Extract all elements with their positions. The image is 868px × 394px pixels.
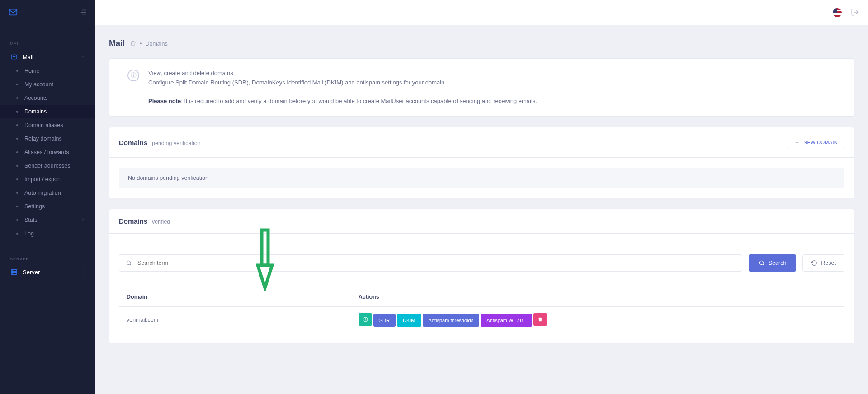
sidebar-item-log[interactable]: Log	[0, 227, 95, 240]
sidebar-top	[0, 0, 95, 25]
app-logo-icon	[8, 7, 18, 19]
content: Mail • Domains ⓘ View, create and delete…	[95, 25, 868, 372]
svg-line-15	[130, 264, 132, 266]
breadcrumb-sep: •	[140, 41, 142, 47]
sidebar-item-auto-migration[interactable]: Auto migration	[0, 186, 95, 200]
verified-head: Domains verified	[109, 209, 854, 234]
sidebar-item-domain-aliases[interactable]: Domain aliases	[0, 118, 95, 132]
bullet-icon	[16, 178, 18, 180]
svg-point-14	[127, 261, 130, 265]
sidebar-item-label: Auto migration	[24, 190, 61, 196]
nav-root-label: Mail	[23, 54, 33, 61]
svg-point-20	[365, 318, 366, 319]
sidebar-item-label: Home	[24, 68, 39, 74]
mail-icon	[10, 53, 18, 61]
domain-info-button[interactable]	[359, 313, 372, 326]
intro-card: ⓘ View, create and delete domains Config…	[109, 58, 854, 117]
verified-title: Domains	[119, 217, 147, 225]
domain-table: Domain Actions vonmail.comSDRDKIMAntispa…	[119, 287, 844, 333]
verified-body: Search Reset Domain Actions vonmail.c	[109, 234, 854, 343]
pending-empty: No domains pending verification	[119, 168, 844, 188]
antispam-thresholds-button[interactable]: Antispam thresholds	[423, 314, 480, 327]
sidebar-item-label: Domains	[24, 108, 47, 115]
sidebar-item-label: Relay domains	[24, 136, 62, 142]
sidebar-item-sender-addresses[interactable]: Sender addresses	[0, 159, 95, 173]
pending-sub: pending verification	[152, 140, 201, 146]
sidebar-item-label: Domain aliases	[24, 122, 63, 128]
breadcrumb-current: Domains	[145, 41, 167, 47]
antispam-wlbl-button[interactable]: Antispam WL / BL	[481, 314, 532, 327]
table-row: vonmail.comSDRDKIMAntispam thresholdsAnt…	[119, 307, 844, 333]
pending-title: Domains	[119, 139, 147, 146]
pending-card: Domains pending verification NEW DOMAIN …	[109, 127, 854, 198]
sidebar-item-relay-domains[interactable]: Relay domains	[0, 132, 95, 145]
bullet-icon	[16, 206, 18, 207]
sidebar-item-stats[interactable]: Stats	[0, 213, 95, 227]
logout-icon[interactable]	[851, 8, 859, 18]
bullet-icon	[16, 219, 18, 221]
chevron-right-icon	[81, 269, 85, 276]
section-label: MAIL	[0, 25, 95, 50]
col-domain: Domain	[119, 287, 351, 307]
sdr-button[interactable]: SDR	[373, 314, 396, 327]
page-title: Mail	[109, 39, 125, 48]
search-field-wrap	[119, 254, 742, 272]
new-domain-button[interactable]: NEW DOMAIN	[788, 136, 844, 149]
sidebar: MAILMailHomeMy accountAccountsDomainsDom…	[0, 0, 95, 372]
sidebar-item-label: Accounts	[24, 95, 47, 101]
sidebar-item-label: Aliases / forwards	[24, 149, 69, 155]
topbar	[95, 0, 868, 25]
chevron-right-icon	[81, 217, 85, 223]
search-input[interactable]	[137, 259, 736, 267]
nav-root-mail[interactable]: Mail	[0, 50, 95, 64]
sidebar-item-import-export[interactable]: Import / export	[0, 173, 95, 186]
bullet-icon	[16, 124, 18, 126]
bullet-icon	[16, 111, 18, 113]
server-icon	[10, 268, 18, 276]
page-header: Mail • Domains	[109, 39, 854, 48]
sidebar-item-my-account[interactable]: My account	[0, 78, 95, 91]
bullet-icon	[16, 233, 18, 235]
sidebar-item-label: My account	[24, 81, 53, 88]
pending-title-wrap: Domains pending verification	[119, 139, 201, 146]
bullet-icon	[16, 192, 18, 194]
table-header-row: Domain Actions	[119, 287, 844, 307]
nav-root-server[interactable]: Server	[0, 265, 95, 279]
search-row: Search Reset	[119, 254, 844, 272]
verified-title-wrap: Domains verified	[119, 217, 170, 225]
sidebar-item-label: Sender addresses	[24, 163, 70, 169]
sidebar-item-label: Import / export	[24, 176, 61, 183]
verified-card: Domains verified	[109, 209, 854, 343]
search-button-label: Search	[769, 260, 787, 266]
reset-button[interactable]: Reset	[802, 254, 844, 272]
dkim-button[interactable]: DKIM	[397, 314, 421, 327]
intro-text: View, create and delete domains Configur…	[148, 69, 537, 106]
home-icon[interactable]	[130, 40, 136, 47]
main-area: Mail • Domains ⓘ View, create and delete…	[95, 0, 868, 372]
reset-icon	[811, 260, 817, 266]
cell-domain: vonmail.com	[119, 307, 351, 333]
language-flag-us-icon[interactable]	[833, 8, 842, 17]
sidebar-item-label: Log	[24, 230, 34, 237]
info-icon	[363, 317, 368, 322]
sidebar-item-settings[interactable]: Settings	[0, 200, 95, 213]
search-button[interactable]: Search	[749, 254, 797, 272]
sidebar-item-label: Settings	[24, 203, 45, 210]
plus-icon	[794, 140, 800, 145]
sidebar-item-accounts[interactable]: Accounts	[0, 91, 95, 105]
bullet-icon	[16, 70, 18, 72]
search-icon	[759, 260, 765, 266]
reset-button-label: Reset	[821, 260, 836, 266]
intro-note: Please note: It is required to add and v…	[148, 97, 537, 106]
menu-toggle-icon[interactable]	[79, 8, 87, 18]
nav-root-label: Server	[23, 269, 40, 276]
sidebar-item-domains[interactable]: Domains	[0, 105, 95, 118]
intro-line1: View, create and delete domains	[148, 69, 537, 78]
pending-head: Domains pending verification NEW DOMAIN	[109, 127, 854, 158]
delete-domain-button[interactable]	[533, 313, 547, 326]
sidebar-item-aliases-forwards[interactable]: Aliases / forwards	[0, 145, 95, 159]
sidebar-item-home[interactable]: Home	[0, 64, 95, 78]
svg-line-17	[763, 264, 764, 266]
cell-actions: SDRDKIMAntispam thresholdsAntispam WL / …	[351, 307, 844, 333]
bullet-icon	[16, 84, 18, 85]
